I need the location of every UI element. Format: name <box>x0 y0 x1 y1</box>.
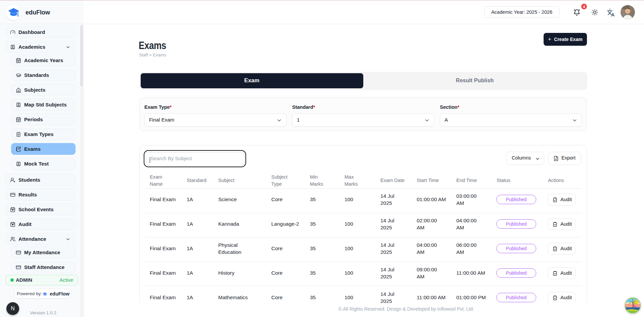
svg-text:A: A <box>611 12 614 17</box>
